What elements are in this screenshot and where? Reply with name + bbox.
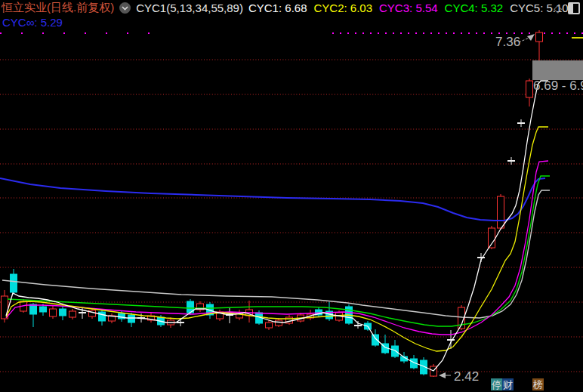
legend-item: CYC3: 5.54 bbox=[379, 2, 438, 14]
chart-header: 恒立实业(日线.前复权) CYC1(5,13,34,55,89) CYC1: 6… bbox=[2, 1, 553, 15]
ma-line-cyc5-89 bbox=[2, 190, 550, 318]
legend-item: CYC2: 6.03 bbox=[313, 2, 372, 14]
candle-up bbox=[69, 311, 76, 317]
stock-chart-window: 7.362.426.69 - 6.9 恒立实业(日线.前复权) CYC1(5,1… bbox=[0, 0, 583, 392]
split-panel-icon[interactable] bbox=[568, 2, 580, 14]
indicator-badge[interactable]: 榜 bbox=[532, 378, 544, 390]
stock-title[interactable]: 恒立实业(日线.前复权) bbox=[2, 1, 114, 15]
candle-up bbox=[50, 309, 57, 316]
high-price-label: 7.36 bbox=[495, 35, 520, 49]
indicator-badge[interactable]: 财 bbox=[502, 378, 514, 390]
candle-down bbox=[40, 307, 47, 312]
price-range-label: 6.69 - 6.9 bbox=[533, 79, 583, 93]
ma-line-cyc1-5 bbox=[6, 81, 548, 371]
indicator-name[interactable]: CYC1(5,13,34,55,89) bbox=[136, 2, 243, 14]
indicator-legend: CYC1: 6.68CYC2: 6.03CYC3: 5.54CYC4: 5.32… bbox=[248, 2, 569, 14]
ma-line-cyc-inf bbox=[0, 178, 545, 221]
candle-down bbox=[372, 335, 379, 345]
candle-down bbox=[11, 274, 17, 292]
candle-down bbox=[30, 304, 37, 314]
legend-item: CYC4: 5.32 bbox=[445, 2, 504, 14]
candle-down bbox=[392, 346, 399, 357]
low-price-arrow-head bbox=[439, 372, 446, 378]
candlestick-chart[interactable]: 7.362.426.69 - 6.9 bbox=[0, 0, 583, 392]
candle-up bbox=[266, 323, 273, 328]
candle-down bbox=[99, 312, 106, 321]
candle-down bbox=[128, 315, 135, 323]
info-box[interactable] bbox=[532, 60, 583, 80]
candle-down bbox=[60, 309, 66, 316]
candle-up bbox=[489, 228, 495, 248]
cyc-infinity-label: CYC∞: 5.29 bbox=[2, 16, 63, 29]
legend-item: CYC1: 6.68 bbox=[248, 2, 307, 14]
candle-up bbox=[276, 320, 282, 326]
cyc-infinity-readout: CYC∞: 5.29 bbox=[2, 16, 63, 29]
candle-up bbox=[498, 196, 504, 228]
candle-up bbox=[526, 81, 533, 97]
indicator-badge[interactable]: 停 bbox=[491, 378, 502, 390]
chevron-down-icon[interactable] bbox=[119, 2, 131, 14]
diamond-icon[interactable]: ◇ bbox=[554, 3, 562, 14]
header-tools: ◇ bbox=[554, 2, 580, 14]
low-price-label: 2.42 bbox=[454, 369, 479, 384]
candle-up bbox=[536, 32, 543, 42]
high-price-arrow-head bbox=[527, 34, 535, 41]
